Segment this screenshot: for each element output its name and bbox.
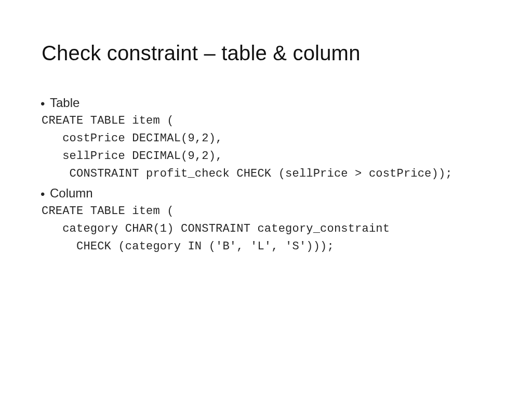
bullet-table-label: Table [50, 93, 79, 112]
slide-content: • Table CREATE TABLE item ( costPrice DE… [42, 93, 490, 256]
bullet-dot-icon: • [41, 98, 50, 110]
bullet-table: • Table [41, 93, 490, 112]
bullet-dot-icon: • [41, 188, 50, 201]
slide: Check constraint – table & column • Tabl… [0, 0, 532, 399]
bullet-column: • Column [41, 183, 490, 203]
code-table-line2: costPrice DECIMAL(9,2), [42, 130, 490, 148]
code-column-line1: CREATE TABLE item ( [42, 203, 490, 220]
code-table-line1: CREATE TABLE item ( [42, 112, 490, 130]
code-table-line3: sellPrice DECIMAL(9,2), [42, 148, 490, 165]
code-column-line2: category CHAR(1) CONSTRAINT category_con… [42, 220, 490, 238]
slide-title: Check constraint – table & column [42, 42, 490, 65]
code-column-line3: CHECK (category IN ('B', 'L', 'S'))); [42, 238, 490, 256]
bullet-column-label: Column [50, 183, 93, 203]
code-table-line4: CONSTRAINT profit_check CHECK (sellPrice… [42, 165, 490, 183]
